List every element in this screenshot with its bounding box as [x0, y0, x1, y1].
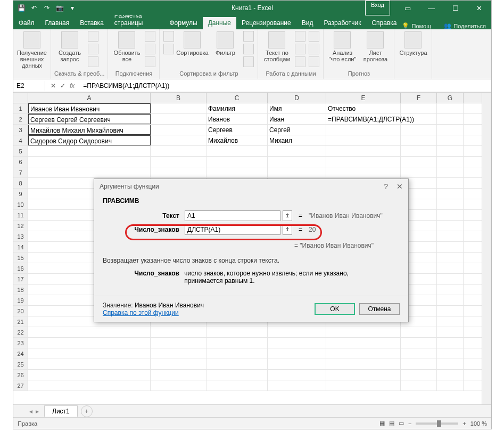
sheet-next-icon[interactable]: ▸: [36, 408, 39, 415]
cell[interactable]: [28, 359, 151, 369]
cell[interactable]: [151, 157, 206, 167]
cell[interactable]: [268, 146, 326, 156]
row-header[interactable]: 4: [13, 135, 28, 145]
cell[interactable]: [206, 370, 268, 380]
cell[interactable]: Отчество: [326, 103, 401, 113]
cell[interactable]: [28, 370, 151, 380]
cell[interactable]: [437, 359, 464, 369]
tell-me[interactable]: Помощ: [411, 23, 431, 29]
cell[interactable]: [268, 348, 326, 359]
cell[interactable]: [206, 380, 268, 391]
row-header[interactable]: 13: [13, 231, 28, 241]
arg1-input[interactable]: [185, 210, 280, 221]
tab-insert[interactable]: Вставка: [75, 17, 109, 29]
forecast-button[interactable]: Лист прогноза: [360, 30, 391, 62]
col-header[interactable]: D: [268, 93, 326, 103]
cell[interactable]: [206, 167, 268, 177]
cell[interactable]: [401, 370, 437, 380]
from-table-icon[interactable]: [88, 44, 98, 54]
fx-icon[interactable]: fx: [70, 82, 75, 90]
cell[interactable]: [326, 370, 401, 380]
formula-input[interactable]: =ПРАВСИМВ(A1;ДЛСТР(A1)): [80, 81, 491, 91]
cell[interactable]: [151, 167, 206, 177]
cell[interactable]: [206, 146, 268, 156]
cell[interactable]: [401, 146, 437, 156]
row-header[interactable]: 17: [13, 274, 28, 284]
cell[interactable]: [437, 316, 464, 327]
cell[interactable]: [28, 338, 151, 348]
tab-file[interactable]: Файл: [13, 17, 40, 29]
cell[interactable]: [437, 189, 464, 199]
sheet-tab[interactable]: Лист1: [44, 405, 78, 417]
col-header[interactable]: C: [206, 93, 268, 103]
cell[interactable]: [268, 327, 326, 337]
cell[interactable]: [268, 380, 326, 391]
remove-duplicates-icon[interactable]: [295, 44, 305, 54]
row-header[interactable]: 6: [13, 157, 28, 167]
view-layout-icon[interactable]: ▤: [389, 420, 394, 427]
cell[interactable]: Фамилия: [206, 103, 268, 113]
row-header[interactable]: 9: [13, 189, 28, 199]
row-header[interactable]: 15: [13, 253, 28, 263]
cell[interactable]: [437, 274, 464, 284]
tab-developer[interactable]: Разработчик: [318, 17, 366, 29]
view-normal-icon[interactable]: ▦: [379, 420, 385, 427]
undo-icon[interactable]: ↶: [29, 3, 39, 13]
save-icon[interactable]: 💾: [16, 3, 26, 13]
clear-filter-icon[interactable]: [243, 31, 254, 42]
cell[interactable]: [268, 359, 326, 369]
row-header[interactable]: 8: [13, 178, 28, 188]
cell[interactable]: [401, 135, 437, 145]
cell[interactable]: [437, 103, 464, 113]
new-query-button[interactable]: Создать запрос: [54, 30, 85, 62]
cell[interactable]: [437, 253, 464, 263]
select-all-corner[interactable]: [13, 93, 28, 103]
cell[interactable]: [151, 370, 206, 380]
sort-za-icon[interactable]: [163, 44, 174, 54]
cell[interactable]: Иванов: [206, 114, 268, 124]
cell[interactable]: [437, 221, 464, 231]
col-header[interactable]: B: [151, 93, 206, 103]
zoom-slider[interactable]: [416, 422, 458, 425]
cell[interactable]: [437, 263, 464, 273]
manage-data-model-icon[interactable]: [309, 56, 319, 67]
cell[interactable]: [437, 295, 464, 305]
cell[interactable]: [206, 327, 268, 337]
cell[interactable]: Сергеев: [206, 125, 268, 135]
cell[interactable]: [437, 231, 464, 241]
connections-icon[interactable]: [145, 31, 155, 42]
ribbon-options-icon[interactable]: ▭: [395, 1, 419, 15]
vertical-scrollbar[interactable]: [482, 93, 491, 404]
cell[interactable]: [437, 135, 464, 145]
cell[interactable]: [326, 146, 401, 156]
row-header[interactable]: 12: [13, 221, 28, 231]
cell[interactable]: [151, 380, 206, 391]
col-header[interactable]: F: [401, 93, 437, 103]
share-button[interactable]: Поделиться: [453, 23, 486, 29]
cell[interactable]: [151, 135, 206, 145]
cell[interactable]: [206, 348, 268, 359]
login-button[interactable]: Вход: [365, 1, 390, 15]
help-link[interactable]: Справка по этой функции: [103, 309, 179, 316]
cell[interactable]: [151, 359, 206, 369]
cell[interactable]: Михайлов Михаил Михайлович: [28, 125, 151, 135]
cell[interactable]: [437, 178, 464, 188]
cell[interactable]: [268, 157, 326, 167]
cell[interactable]: [326, 338, 401, 348]
row-header[interactable]: 11: [13, 210, 28, 220]
cell[interactable]: [268, 338, 326, 348]
row-header[interactable]: 14: [13, 242, 28, 252]
whatif-button[interactable]: Анализ "что если": [327, 30, 358, 62]
cell[interactable]: Михаил: [268, 135, 326, 145]
tab-home[interactable]: Главная: [40, 17, 75, 29]
cell[interactable]: =ПРАВСИМВ(A1;ДЛСТР(A1)): [326, 114, 401, 124]
row-header[interactable]: 21: [13, 316, 28, 327]
row-header[interactable]: 26: [13, 370, 28, 380]
reapply-icon[interactable]: [243, 44, 254, 54]
data-validation-icon[interactable]: [295, 56, 305, 67]
cell[interactable]: [401, 380, 437, 391]
row-header[interactable]: 1: [13, 103, 28, 113]
row-header[interactable]: 23: [13, 338, 28, 348]
name-box[interactable]: E2: [13, 81, 45, 91]
cell[interactable]: [437, 114, 464, 124]
